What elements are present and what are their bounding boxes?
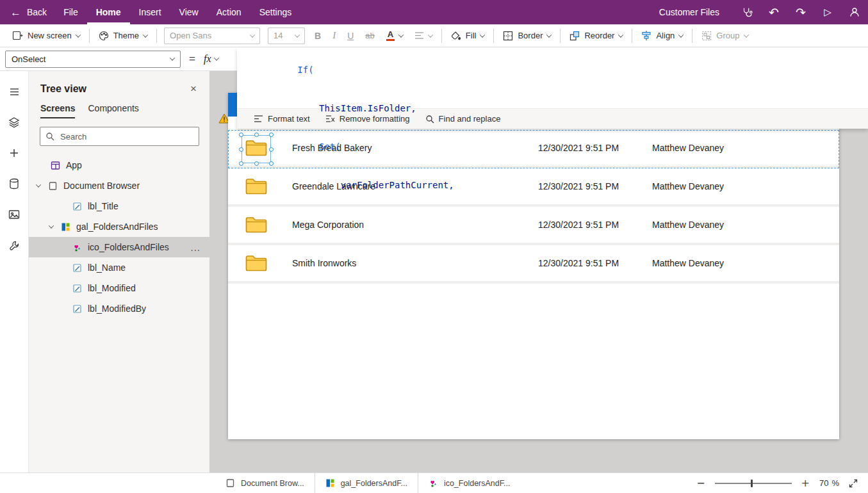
row-modified-by-label[interactable]: Matthew Devaney — [652, 220, 724, 230]
find-and-replace-button[interactable]: Find and replace — [418, 109, 509, 129]
row-modified-label[interactable]: 12/30/2021 9:51 PM — [538, 220, 619, 230]
tree-item[interactable]: lbl_Title — [29, 196, 209, 216]
chevron-down-icon[interactable] — [37, 184, 48, 188]
tree-tab[interactable]: Components — [88, 103, 138, 118]
tree-item[interactable]: lbl_Name — [29, 257, 209, 278]
screen-icon — [225, 478, 236, 488]
gallery-row[interactable]: Smith Ironworks 12/30/2021 9:51 PM Matth… — [228, 245, 839, 284]
back-button[interactable]: ← Back — [0, 0, 54, 24]
row-name-label[interactable]: Mega Corporation — [292, 220, 364, 230]
resize-handle[interactable] — [239, 147, 243, 152]
back-arrow-icon: ← — [10, 7, 21, 18]
text-align-button[interactable] — [409, 26, 438, 45]
menu-item[interactable]: Settings — [250, 0, 301, 24]
font-family-select[interactable]: Open Sans — [164, 28, 260, 44]
zoom-slider-handle[interactable] — [751, 480, 753, 487]
property-select[interactable]: OnSelect — [5, 51, 181, 68]
insert-icon[interactable] — [4, 143, 24, 163]
menu-item[interactable]: File — [54, 0, 87, 24]
gallery-row[interactable]: Mega Corporation 12/30/2021 9:51 PM Matt… — [228, 207, 839, 245]
tree-tab[interactable]: Screens — [40, 103, 75, 118]
group-button[interactable]: Group — [696, 26, 753, 45]
tree-item-label: lbl_Title — [88, 201, 119, 211]
border-button[interactable]: Border — [497, 26, 557, 45]
row-name-label[interactable]: Smith Ironworks — [292, 258, 356, 268]
chevron-down-icon[interactable] — [49, 225, 61, 229]
chevron-down-icon — [170, 55, 175, 60]
reorder-label: Reorder — [584, 31, 614, 40]
italic-button[interactable]: I — [327, 26, 341, 45]
tree-item-menu-button[interactable]: ... — [190, 242, 203, 253]
bold-button[interactable]: B — [309, 26, 327, 45]
app-checker-icon[interactable] — [733, 0, 760, 24]
zoom-out-icon[interactable]: − — [696, 477, 705, 489]
format-text-button[interactable]: Format text — [246, 109, 318, 129]
underline-button[interactable]: U — [341, 26, 359, 45]
menu-item-label: Settings — [259, 7, 292, 17]
font-color-button[interactable]: A — [381, 26, 409, 45]
zoom-slider[interactable] — [715, 483, 792, 484]
align-label: Align — [656, 31, 675, 40]
italic-icon: I — [332, 30, 336, 41]
label-icon — [72, 304, 83, 314]
media-icon[interactable] — [4, 204, 24, 225]
fit-to-window-icon[interactable] — [849, 479, 858, 488]
play-preview-icon[interactable]: ▷ — [814, 0, 841, 24]
status-tab-label: gal_FoldersAndF... — [341, 479, 407, 488]
row-modified-label[interactable]: 12/30/2021 9:51 PM — [538, 258, 619, 268]
chevron-down-icon — [75, 32, 80, 37]
menu-item[interactable]: Insert — [130, 0, 170, 24]
tree-item-label: App — [66, 160, 82, 170]
resize-handle[interactable] — [239, 161, 243, 166]
tree-list: App Document Browser lbl_Title — [29, 155, 209, 319]
strikethrough-button[interactable]: ab — [359, 26, 380, 45]
tree-item[interactable]: ico_FoldersAndFiles ... — [29, 237, 209, 257]
chevron-down-icon — [678, 32, 684, 37]
status-tab[interactable]: gal_FoldersAndF... — [315, 473, 418, 493]
tree-item-label: gal_FoldersAndFiles — [76, 222, 158, 232]
tree-item[interactable]: lbl_ModifiedBy — [29, 298, 209, 319]
remove-formatting-button[interactable]: Remove formatting — [318, 109, 418, 129]
data-icon[interactable] — [4, 174, 24, 194]
zoom-in-icon[interactable]: + — [801, 477, 810, 489]
menu-item[interactable]: Action — [208, 0, 250, 24]
tree-item[interactable]: App — [29, 155, 209, 175]
reorder-button[interactable]: Reorder — [564, 26, 628, 45]
underline-icon: U — [347, 31, 354, 41]
folder-icon[interactable] — [245, 216, 267, 234]
theme-button[interactable]: Theme — [93, 26, 153, 45]
fx-button[interactable]: fx — [204, 53, 219, 65]
status-tab[interactable]: Document Brow... — [215, 473, 315, 493]
menu-item[interactable]: View — [170, 0, 208, 24]
folder-icon[interactable] — [245, 254, 267, 272]
tree-item[interactable]: Document Browser — [29, 175, 209, 196]
align-button[interactable]: Align — [635, 26, 689, 45]
fill-button[interactable]: Fill — [445, 26, 491, 45]
resize-handle[interactable] — [239, 133, 243, 137]
undo-icon[interactable]: ↶ — [760, 0, 787, 24]
theme-label: Theme — [113, 31, 139, 40]
menu-icon[interactable] — [4, 81, 24, 102]
new-screen-button[interactable]: New screen — [6, 26, 86, 45]
status-tab[interactable]: ico_FoldersAndF... — [418, 473, 521, 493]
font-size-select[interactable]: 14 — [268, 28, 305, 44]
search-input[interactable] — [59, 131, 193, 142]
tree-item[interactable]: lbl_Modified — [29, 278, 209, 298]
ribbon-separator — [89, 29, 90, 43]
account-person-icon[interactable] — [841, 0, 868, 24]
redo-icon[interactable]: ↷ — [787, 0, 814, 24]
tree-tab-label: Screens — [40, 103, 75, 113]
advanced-tools-icon[interactable] — [4, 235, 24, 255]
close-icon[interactable]: × — [188, 83, 199, 95]
tree-view-icon[interactable] — [4, 112, 24, 133]
label-icon — [72, 263, 83, 273]
menu-item-label: Action — [217, 7, 242, 17]
property-value: OnSelect — [12, 54, 45, 64]
formula-editor[interactable]: If( ThisItem.IsFolder, Set( varFolderPat… — [237, 47, 868, 108]
formula-line: If( — [243, 51, 868, 89]
row-modified-by-label[interactable]: Matthew Devaney — [652, 258, 724, 268]
ribbon-separator — [493, 29, 494, 43]
tree-item[interactable]: gal_FoldersAndFiles — [29, 216, 209, 237]
menu-item[interactable]: Home — [87, 0, 130, 24]
tree-view-tabs: Screens Components — [29, 98, 209, 118]
